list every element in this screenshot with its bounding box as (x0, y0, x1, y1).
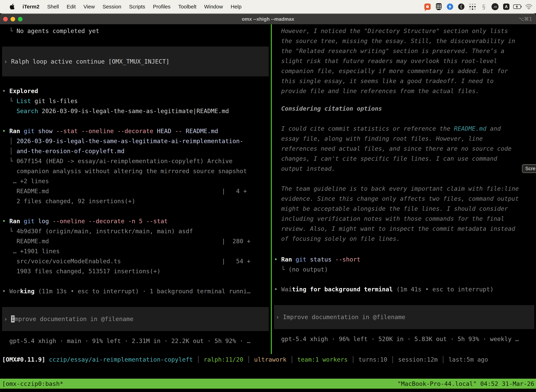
explored-block: • Explored └ List git ls-files Search 20… (2, 86, 271, 116)
terminal-line: the source tree, missing the essay. Stil… (274, 36, 536, 46)
terminal-line: companion file, especially if more comme… (274, 66, 536, 76)
ralph-inject-line: › Ralph loop active continue [OMX_TMUX_I… (4, 56, 170, 67)
squiggle-icon[interactable]: § (479, 2, 488, 11)
terminal-line: However, I noticed the "Directory Struct… (274, 26, 536, 36)
title-bar: omx --xhigh --madmax ⌥⌘1 (0, 14, 536, 24)
apple-menu[interactable] (9, 3, 15, 10)
window-title: omx --xhigh --madmax (0, 16, 536, 22)
prompt-input-right[interactable]: › Improve documentation in @filename (274, 305, 534, 329)
menu-item-help[interactable]: Help (231, 4, 242, 10)
prompt-text-right: › Improve documentation in @filename (276, 312, 405, 322)
badge-61-label: ..61 (492, 3, 498, 10)
menu-item-view[interactable]: View (84, 4, 95, 10)
battery-charging-icon[interactable] (513, 2, 522, 11)
screen-tooltip: Scre (522, 164, 536, 173)
terminal-line: └ (no output) (274, 265, 536, 275)
terminal-line: 2 files changed, 92 insertions(+) (2, 196, 271, 206)
screenshot-app-icon[interactable] (423, 2, 432, 11)
pac-circle-icon[interactable] (457, 2, 466, 11)
prompt-input-left[interactable]: › Improve documentation in @filename (2, 307, 269, 331)
terminal-line: references need actual files, and since … (274, 144, 536, 154)
desktop: iTerm2 Shell Edit View Session Scripts P… (0, 0, 536, 392)
git-log-block: • Ran git log --oneline --decorate -n 5 … (2, 216, 271, 276)
menu-item-session[interactable]: Session (103, 4, 121, 10)
menu-item-iterm2[interactable]: iTerm2 (23, 4, 39, 10)
terminal-line: provide file and line references from th… (274, 86, 536, 96)
terminal-line: The team guideline is to back every impo… (274, 184, 536, 194)
terminal-line: Search 2026-03-09-is-legal-the-same-as-l… (2, 106, 271, 116)
thinking-paragraph-3: The team guideline is to back every impo… (274, 184, 536, 244)
iterm2-window: omx --xhigh --madmax ⌥⌘1 └ No agents com… (0, 13, 536, 392)
terminal-line: 1903 files changed, 513517 insertions(+) (2, 266, 271, 276)
badge-61-icon[interactable]: ..61 (491, 2, 499, 11)
wifi-icon[interactable] (524, 2, 533, 11)
terminal-line: … +1901 lines (2, 246, 271, 256)
omx-status-bar: [OMX#0.11.9] cczip/essay/ai-reimplementa… (2, 355, 536, 365)
terminal-line: • Ran git log --oneline --decorate -n 5 … (2, 216, 271, 226)
terminal-line: • Ran git status --short (274, 254, 536, 265)
keyboard-layout-label: A (503, 4, 509, 10)
prompt-text-left: › Improve documentation in @filename (4, 314, 134, 324)
terminal-line: README.md | 280 + (2, 236, 271, 246)
terminal-line: this single essay, it seems like a good … (274, 76, 536, 86)
terminal-line: │ 2026-03-09-is-legal-the-same-as-legiti… (2, 136, 271, 146)
session-status-left: gpt-5.4 xhigh · main · 91% left · 2.31M … (2, 336, 271, 346)
terminal-line: │ and-the-erosion-of-copyleft.md (2, 146, 271, 156)
dots-grid-icon[interactable] (468, 2, 477, 11)
terminal-line: of focusing solely on file lines. (274, 234, 536, 244)
terminal-line: evidence. Since this change only affects… (274, 194, 536, 204)
menu-bar: iTerm2 Shell Edit View Session Scripts P… (0, 0, 536, 13)
terminal-line: including verification notes with those … (274, 214, 536, 224)
working-status-line: • Working (11m 13s • esc to interrupt) ·… (2, 286, 271, 296)
terminal-line: … +2 lines (2, 176, 271, 186)
menu-item-toolbelt[interactable]: Toolbelt (178, 4, 196, 10)
session-status-right: gpt-5.4 xhigh · 96% left · 520K in · 5.8… (274, 334, 536, 344)
terminal-line: I could cite commit statistics or refere… (274, 124, 536, 134)
menu-item-edit[interactable]: Edit (67, 4, 76, 10)
shield-grid-icon[interactable] (434, 2, 443, 11)
terminal-line: essay file, along with finding root file… (274, 134, 536, 144)
terminal-line: • Explored (2, 86, 271, 96)
thinking-paragraph-2: I could cite commit statistics or refere… (274, 124, 536, 174)
thinking-heading: Considering citation options (274, 104, 536, 114)
git-status-block: • Ran git status --short └ (no output) (274, 254, 536, 275)
tmux-session-name: [omx-cczip0:bash* (2, 380, 63, 387)
right-pane[interactable]: However, I noticed the "Directory Struct… (272, 24, 536, 344)
terminal-content: └ No agents completed yet › Ralph loop a… (0, 24, 536, 392)
keyboard-layout-icon[interactable]: A (502, 2, 511, 11)
agents-line: └ No agents completed yet (2, 26, 271, 36)
screen-tooltip-text: Scre (525, 166, 536, 171)
menu-item-scripts[interactable]: Scripts (129, 4, 145, 10)
menu-item-profiles[interactable]: Profiles (153, 4, 170, 10)
menu-item-window[interactable]: Window (204, 4, 223, 10)
terminal-line: the "Related research writing" section i… (274, 46, 536, 56)
ralph-inject-box: › Ralph loop active continue [OMX_TMUX_I… (2, 47, 269, 76)
terminal-line: • Ran git show --stat --oneline --decora… (2, 126, 271, 136)
terminal-line: review. Also, I might want to inspect th… (274, 224, 536, 234)
tmux-host-clock: "MacBook-Pro-44.local" 04:52 31-Mar-26 (397, 380, 534, 387)
terminal-line: README.md | 4 + (2, 186, 271, 196)
terminal-line: changes, I can't cite specific file line… (274, 154, 536, 164)
menubar-status-icons: § ..61 A (423, 2, 533, 11)
menu-item-shell[interactable]: Shell (47, 4, 59, 10)
spark-badge-icon[interactable] (446, 2, 455, 11)
terminal-line: companion analysis without altering the … (2, 166, 271, 176)
waiting-status-line: • Waiting for background terminal (1m 41… (274, 284, 536, 294)
terminal-line: src/voice/voiceModeEnabled.ts | 54 + (2, 256, 271, 266)
terminal-line: └ List git ls-files (2, 96, 271, 106)
left-pane[interactable]: └ No agents completed yet › Ralph loop a… (0, 24, 271, 346)
terminal-line: output instead. (274, 164, 536, 174)
terminal-line: slight risk that future readers may over… (274, 56, 536, 66)
terminal-line: might be acceptable alongside the file l… (274, 204, 536, 214)
thinking-paragraph-1: However, I noticed the "Directory Struct… (274, 26, 536, 96)
tmux-status-bar: [omx-cczip0:bash* "MacBook-Pro-44.local"… (0, 379, 536, 389)
terminal-line: └ 067f154 (HEAD -> essay/ai-reimplementa… (2, 156, 271, 166)
git-show-block: • Ran git show --stat --oneline --decora… (2, 126, 271, 206)
terminal-line: └ 4b9d30f (origin/main, instructkr/main,… (2, 226, 271, 236)
window-shortcut-hint: ⌥⌘1 (518, 16, 532, 22)
apple-icon (9, 3, 15, 10)
